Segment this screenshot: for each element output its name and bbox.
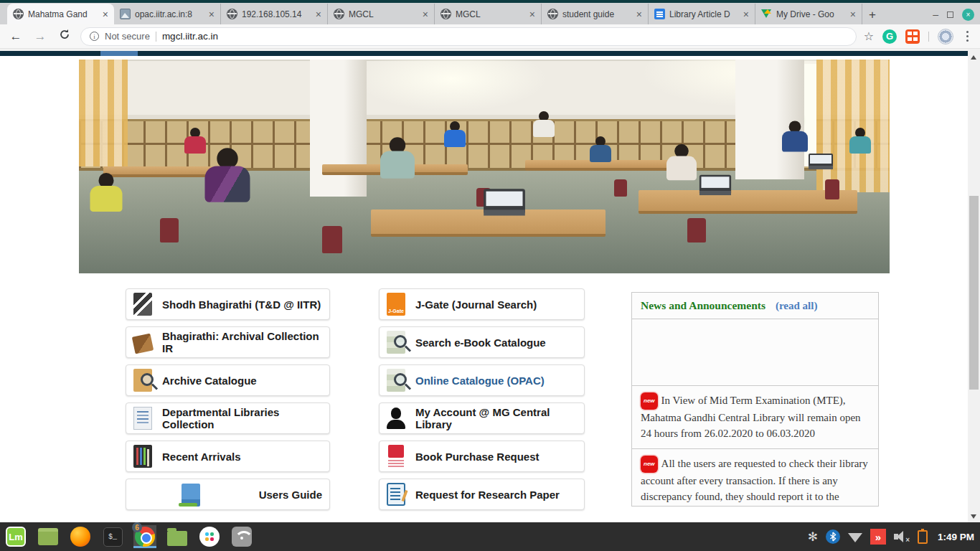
bookshelf-doc-icon	[133, 407, 152, 430]
tab-mgcl-2[interactable]: MGCL ×	[435, 4, 542, 24]
site-navbar[interactable]	[0, 51, 968, 56]
info-icon[interactable]: i	[90, 32, 99, 41]
extension-icon[interactable]	[905, 29, 920, 44]
news-header: News and Announcements (read all)	[632, 293, 878, 319]
show-desktop-button[interactable]	[37, 525, 60, 548]
folder-icon	[167, 531, 187, 546]
person-icon	[387, 407, 405, 430]
bluetooth-icon[interactable]	[826, 529, 840, 544]
scrollbar-thumb[interactable]	[969, 196, 979, 390]
anydesk-icon[interactable]: »	[870, 529, 886, 545]
close-icon[interactable]: ×	[743, 9, 749, 19]
photo-shape	[816, 60, 890, 192]
files-launcher[interactable]	[166, 525, 189, 548]
archive-box-icon	[132, 334, 154, 354]
search-ebook-button[interactable]: Search e-Book Catalogue	[379, 326, 585, 358]
scroll-up-arrow-icon[interactable]	[971, 55, 976, 60]
menu-icon[interactable]	[966, 35, 969, 37]
tab-mgcl-1[interactable]: MGCL ×	[328, 4, 435, 24]
minimize-button[interactable]: –	[933, 9, 938, 20]
book-purchase-request-button[interactable]: Book Purchase Request	[379, 441, 585, 472]
users-guide-button[interactable]: Users Guide	[126, 479, 330, 510]
archive-catalogue-button[interactable]: Archive Catalogue	[126, 364, 330, 396]
new-badge: new	[641, 392, 658, 410]
button-label: Online Catalogue (OPAC)	[415, 375, 545, 387]
button-label: Book Purchase Request	[415, 451, 540, 463]
recent-arrivals-button[interactable]: Recent Arrivals	[126, 441, 330, 472]
chrome-task-button[interactable]: 6	[133, 525, 156, 548]
close-icon[interactable]: ×	[636, 9, 642, 19]
close-icon[interactable]: ×	[423, 9, 428, 19]
read-all-link[interactable]: (read all)	[776, 300, 817, 312]
tabs: Mahatma Gand × opac.iitr.ac.in:8 × 192.1…	[0, 3, 882, 24]
tab-label: MGCL	[456, 9, 525, 19]
tab-opac[interactable]: opac.iitr.ac.in:8 ×	[114, 4, 221, 24]
tab-mahatma-gandhi[interactable]: Mahatma Gand ×	[7, 4, 114, 24]
button-label: Shodh Bhagirathi (T&D @ IITR)	[162, 298, 321, 311]
photo-shape	[380, 137, 415, 179]
window-count-badge: 6	[132, 522, 142, 532]
network-tool-launcher[interactable]	[230, 525, 253, 548]
profile-avatar[interactable]	[938, 29, 953, 44]
slack-launcher[interactable]	[198, 525, 221, 548]
grammarly-icon[interactable]: G	[882, 29, 897, 44]
new-tab-button[interactable]: +	[862, 6, 882, 24]
google-drive-icon	[761, 9, 772, 19]
jgate-button[interactable]: J-Gate J-Gate (Journal Search)	[379, 288, 585, 320]
tab-ip-address[interactable]: 192.168.105.14 ×	[221, 4, 328, 24]
photo-shape	[699, 175, 731, 196]
bookmark-star-icon[interactable]: ☆	[864, 29, 874, 43]
slack-tray-icon[interactable]: ✻	[808, 529, 818, 545]
back-button[interactable]: ←	[7, 29, 24, 44]
forward-button[interactable]: →	[32, 29, 49, 44]
tab-library-article[interactable]: Library Article D ×	[649, 4, 755, 24]
tab-student-guide[interactable]: student guide ×	[542, 4, 649, 24]
close-icon[interactable]: ×	[209, 9, 215, 19]
firefox-launcher[interactable]	[69, 525, 92, 548]
window-controls: – ×	[933, 6, 974, 23]
button-label: Archive Catalogue	[162, 375, 257, 387]
red-book-icon	[387, 445, 405, 468]
button-label: J-Gate (Journal Search)	[415, 298, 537, 311]
close-icon[interactable]: ×	[529, 9, 535, 19]
news-panel: News and Announcements (read all) newIn …	[631, 292, 879, 507]
shodh-bhagirathi-button[interactable]: Shodh Bhagirathi (T&D @ IITR)	[126, 288, 330, 320]
clock[interactable]: 1:49 PM	[938, 532, 974, 542]
departmental-libraries-button[interactable]: Departmental Libraries Collection	[126, 402, 330, 434]
url-text[interactable]: mgcl.iitr.ac.in	[162, 31, 218, 42]
button-label: Bhagirathi: Archival Collection IR	[162, 330, 322, 354]
google-docs-icon	[654, 9, 665, 19]
terminal-launcher[interactable]: $_	[101, 525, 124, 548]
online-catalogue-opac-button[interactable]: Online Catalogue (OPAC)	[379, 364, 585, 396]
request-research-paper-button[interactable]: Request for Research Paper	[379, 479, 585, 510]
new-books-shelf-icon	[133, 445, 152, 468]
close-icon[interactable]: ×	[850, 9, 856, 19]
network-signal-icon[interactable]	[848, 533, 862, 542]
tab-my-drive[interactable]: My Drive - Goo ×	[755, 4, 862, 24]
close-icon[interactable]: ×	[103, 9, 108, 19]
photo-shape	[666, 144, 697, 180]
maximize-button[interactable]	[947, 11, 953, 18]
mute-x-icon: ×	[905, 536, 910, 544]
address-bar[interactable]: i Not secure mgcl.iitr.ac.in	[80, 27, 857, 46]
photo-shape	[79, 60, 128, 166]
mint-menu-button[interactable]: Lm	[4, 525, 27, 548]
tab-label: My Drive - Goo	[776, 9, 846, 19]
battery-icon[interactable]	[918, 530, 928, 544]
volume-muted-icon[interactable]: ×	[894, 529, 910, 544]
news-title: News and Announcements	[641, 299, 765, 312]
vertical-scrollbar[interactable]	[968, 51, 980, 522]
photo-shape	[444, 121, 466, 147]
scroll-down-arrow-icon[interactable]	[971, 514, 976, 519]
button-label: Search e-Book Catalogue	[415, 336, 546, 349]
photo-shape	[825, 179, 839, 199]
globe-icon	[440, 9, 451, 19]
bhagirathi-archival-button[interactable]: Bhagirathi: Archival Collection IR	[126, 326, 330, 358]
window-close-button[interactable]: ×	[962, 9, 974, 21]
reload-button[interactable]	[56, 29, 73, 44]
folder-search-icon	[133, 369, 152, 392]
my-account-button[interactable]: My Account @ MG Central Library	[379, 402, 585, 434]
security-label: Not secure	[105, 31, 150, 42]
close-icon[interactable]: ×	[316, 9, 321, 19]
globe-icon	[334, 9, 344, 19]
